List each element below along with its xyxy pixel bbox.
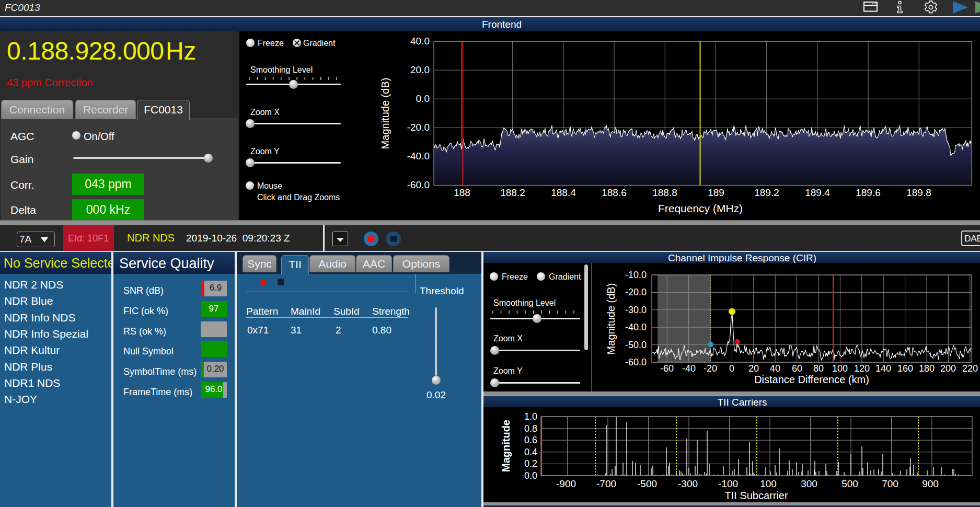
svg-text:20: 20 <box>748 363 759 374</box>
svg-text:-300: -300 <box>678 478 698 489</box>
svg-text:300: 300 <box>801 478 817 489</box>
svg-text:Magnitude (dB): Magnitude (dB) <box>605 283 617 355</box>
svg-text:-20.0: -20.0 <box>625 287 647 297</box>
svg-text:-60.0: -60.0 <box>625 357 647 367</box>
svg-text:40.0: 40.0 <box>410 36 430 47</box>
svg-text:-100: -100 <box>718 478 738 489</box>
svg-text:0.6: 0.6 <box>524 435 537 445</box>
svg-text:189.4: 189.4 <box>805 187 830 198</box>
svg-text:700: 700 <box>882 478 898 489</box>
svg-text:0.4: 0.4 <box>524 447 537 457</box>
svg-text:80: 80 <box>813 363 824 374</box>
svg-text:-40: -40 <box>682 363 696 374</box>
svg-text:180: 180 <box>919 363 935 374</box>
svg-text:Magnitude (dB): Magnitude (dB) <box>379 78 391 149</box>
svg-text:160: 160 <box>897 363 913 374</box>
svg-text:-20.0: -20.0 <box>407 122 430 133</box>
svg-text:60: 60 <box>792 363 802 374</box>
svg-text:220: 220 <box>962 363 978 374</box>
svg-text:0: 0 <box>729 363 734 374</box>
svg-text:189.8: 189.8 <box>906 187 931 198</box>
svg-text:0.8: 0.8 <box>524 423 537 434</box>
svg-text:-60: -60 <box>660 363 674 374</box>
svg-text:TII Subcarrier: TII Subcarrier <box>724 490 788 501</box>
svg-text:100: 100 <box>760 478 777 489</box>
svg-text:Distance Difference (km): Distance Difference (km) <box>754 374 869 385</box>
svg-text:-700: -700 <box>596 478 616 489</box>
svg-text:188.8: 188.8 <box>652 187 677 198</box>
svg-text:120: 120 <box>854 363 870 374</box>
svg-text:-900: -900 <box>556 478 576 489</box>
svg-text:1.0: 1.0 <box>524 411 537 422</box>
svg-text:-40.0: -40.0 <box>625 322 647 332</box>
svg-text:-30.0: -30.0 <box>625 305 647 315</box>
svg-text:0.0: 0.0 <box>524 470 537 481</box>
svg-text:100: 100 <box>832 363 848 374</box>
svg-text:188.4: 188.4 <box>551 187 576 198</box>
svg-text:140: 140 <box>875 363 891 374</box>
svg-text:-10.0: -10.0 <box>625 270 647 280</box>
svg-text:189.2: 189.2 <box>754 187 779 198</box>
svg-text:900: 900 <box>922 478 939 489</box>
svg-text:40: 40 <box>770 363 780 374</box>
svg-text:189: 189 <box>708 187 724 198</box>
svg-text:188.2: 188.2 <box>500 187 525 198</box>
svg-text:500: 500 <box>841 478 858 489</box>
svg-text:0.0: 0.0 <box>416 93 430 104</box>
svg-text:-20: -20 <box>704 363 717 374</box>
svg-text:-500: -500 <box>637 478 657 489</box>
svg-text:-60.0: -60.0 <box>407 179 430 190</box>
svg-text:0.2: 0.2 <box>524 458 537 469</box>
svg-text:200: 200 <box>940 363 956 374</box>
svg-text:Frequency (MHz): Frequency (MHz) <box>658 202 743 214</box>
svg-text:-40.0: -40.0 <box>407 151 430 162</box>
svg-text:Magnitude: Magnitude <box>500 420 512 472</box>
svg-text:189.6: 189.6 <box>856 187 881 198</box>
svg-text:-50.0: -50.0 <box>625 340 647 350</box>
svg-text:20.0: 20.0 <box>410 64 430 75</box>
svg-text:188: 188 <box>454 187 470 198</box>
svg-text:188.6: 188.6 <box>602 187 627 198</box>
